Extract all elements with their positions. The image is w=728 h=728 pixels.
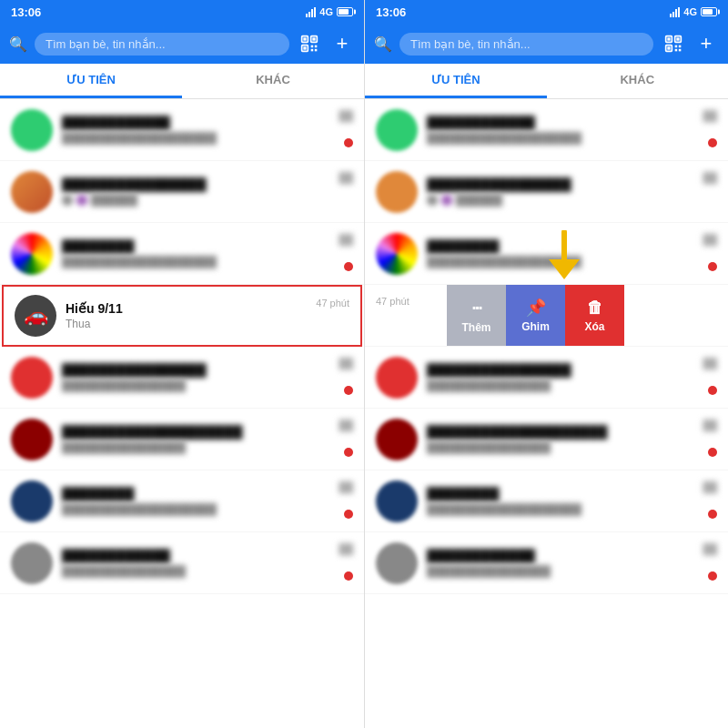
conv-name: ████████████████ xyxy=(62,177,329,192)
tab-priority-right[interactable]: ƯU TIÊN xyxy=(365,64,547,98)
ghim-action-button[interactable]: 📌 Ghim xyxy=(506,285,565,346)
conv-preview: ████████████████ xyxy=(427,441,693,454)
avatar xyxy=(11,171,53,213)
avatar xyxy=(11,542,53,584)
conv-time-swipe: 47 phút xyxy=(376,296,410,307)
conv-preview: ████████████████████ xyxy=(427,503,693,516)
qr-button-right[interactable] xyxy=(661,31,686,56)
status-icons-left: 4G xyxy=(306,6,353,17)
list-item[interactable]: ████████ ████████████████████ ██ xyxy=(365,470,728,532)
tab-other-left[interactable]: KHÁC xyxy=(182,64,364,98)
conv-name: ████████ xyxy=(427,487,693,501)
plus-button-left[interactable]: + xyxy=(329,31,355,56)
list-item[interactable]: ████████████████ ████████████████ ██ xyxy=(365,347,728,409)
swipe-row-main: 47 phút xyxy=(365,285,447,346)
unread-dot xyxy=(708,262,717,271)
conv-content: ████████████████ ████████████████ xyxy=(62,363,329,392)
conv-time: ██ xyxy=(339,420,353,430)
conv-time: ██ xyxy=(339,234,353,245)
list-item[interactable]: ████████████ ████████████████ ██ xyxy=(0,532,364,594)
list-item[interactable]: ████████████████ ██████ ██ xyxy=(0,161,364,223)
yellow-arrow xyxy=(541,230,587,284)
unread-dot xyxy=(344,510,353,519)
tabs-left: ƯU TIÊN KHÁC xyxy=(0,64,364,99)
conv-time: ██ xyxy=(339,481,353,492)
list-item[interactable]: ████████ ████████████████████ ██ xyxy=(0,470,364,532)
signal-icon-right xyxy=(670,7,680,17)
search-input-left[interactable]: Tìm bạn bè, tin nhắn... xyxy=(35,33,289,56)
time-left: 13:06 xyxy=(11,5,41,19)
conv-preview: ████████████████ xyxy=(62,565,329,578)
svg-rect-8 xyxy=(311,49,314,52)
search-bar-left: 🔍 Tìm bạn bè, tin nhắn... + xyxy=(0,24,364,64)
conv-time: ██ xyxy=(339,110,353,121)
avatar xyxy=(11,109,53,151)
svg-rect-3 xyxy=(312,37,315,40)
list-item[interactable]: ████████ ████████████████████ ██ xyxy=(0,223,364,285)
svg-rect-19 xyxy=(679,49,682,52)
ghim-label: Ghim xyxy=(521,320,550,333)
list-item[interactable]: ████████████████████ ████████████████ ██ xyxy=(365,409,728,470)
xoa-action-button[interactable]: 🗑 Xóa xyxy=(565,285,624,346)
conv-content: ████████████ ████████████████████ xyxy=(427,116,693,145)
list-item[interactable]: ████████████████ ██████ ██ xyxy=(365,161,728,223)
unread-dot xyxy=(708,571,717,581)
list-item[interactable]: ████████████ ████████████████ ██ xyxy=(365,532,728,594)
conv-content: ████████ ████████████████████ xyxy=(427,487,693,516)
plus-button-right[interactable]: + xyxy=(693,31,719,56)
avatar xyxy=(376,109,418,151)
unread-dot xyxy=(708,448,717,457)
conv-preview: ██████ xyxy=(427,194,693,207)
search-bar-right: 🔍 Tìm bạn bè, tin nhắn... + xyxy=(365,24,728,64)
list-item[interactable]: ████████████ ████████████████████ ██ xyxy=(365,99,728,161)
battery-icon-right xyxy=(701,7,717,16)
unread-dot xyxy=(344,138,353,147)
conv-time: ██ xyxy=(703,234,717,245)
network-right: 4G xyxy=(683,6,697,17)
conv-time: ██ xyxy=(703,481,717,492)
list-item-with-arrow: ████████ ████████████████████ ██ xyxy=(365,223,728,285)
hieu-conversation-item[interactable]: 🚗 Hiếu 9/11 Thua 47 phút xyxy=(2,285,362,347)
search-icon-right[interactable]: 🔍 xyxy=(374,35,392,53)
svg-rect-5 xyxy=(303,46,306,49)
conv-content: ████████ ████████████████████ xyxy=(62,487,329,516)
conv-name: ████████████████████ xyxy=(62,425,329,440)
qr-button-left[interactable] xyxy=(297,31,322,56)
status-bar-left: 13:06 4G xyxy=(0,0,364,24)
conv-content: ████████████ ████████████████████ xyxy=(62,116,329,145)
conv-time: ██ xyxy=(339,172,353,183)
avatar-hieu: 🚗 xyxy=(15,295,56,337)
tab-priority-left[interactable]: ƯU TIÊN xyxy=(0,64,182,98)
trash-icon: 🗑 xyxy=(587,298,603,318)
conv-time: ██ xyxy=(703,110,717,121)
list-item[interactable]: ████████████████████ ████████████████ ██ xyxy=(0,409,364,470)
search-icon-left[interactable]: 🔍 xyxy=(9,35,27,53)
tab-other-right[interactable]: KHÁC xyxy=(547,64,729,98)
list-item[interactable]: ████████████████ ████████████████ ██ xyxy=(0,347,364,409)
avatar xyxy=(376,357,418,399)
conv-content: ████████████████ ████████████████ xyxy=(427,363,693,392)
pin-icon: 📌 xyxy=(526,298,546,318)
conv-time: ██ xyxy=(339,543,353,554)
conv-preview: ██████ xyxy=(62,194,329,207)
unread-dot xyxy=(344,448,353,457)
xoa-label: Xóa xyxy=(584,320,604,333)
search-input-right[interactable]: Tìm bạn bè, tin nhắn... xyxy=(399,33,653,56)
conv-name: ████████████████ xyxy=(427,177,693,192)
conv-preview: ████████████████████ xyxy=(62,256,329,268)
tabs-right: ƯU TIÊN KHÁC xyxy=(365,64,728,99)
them-action-button[interactable]: ··· Thêm xyxy=(447,285,506,346)
svg-rect-18 xyxy=(675,49,678,52)
conv-preview: ████████████████ xyxy=(62,441,329,454)
svg-rect-7 xyxy=(315,46,318,48)
conv-time: ██ xyxy=(703,420,717,430)
avatar xyxy=(11,357,53,399)
unread-dot xyxy=(344,262,353,271)
conv-content: ████████████████ ██████ xyxy=(427,177,693,207)
svg-rect-11 xyxy=(667,37,670,40)
avatar xyxy=(376,233,418,275)
unread-dot xyxy=(344,386,353,395)
avatar xyxy=(376,480,418,522)
conv-name: ████████████ xyxy=(62,549,329,563)
list-item[interactable]: ████████████ ████████████████████ ██ xyxy=(0,99,364,161)
